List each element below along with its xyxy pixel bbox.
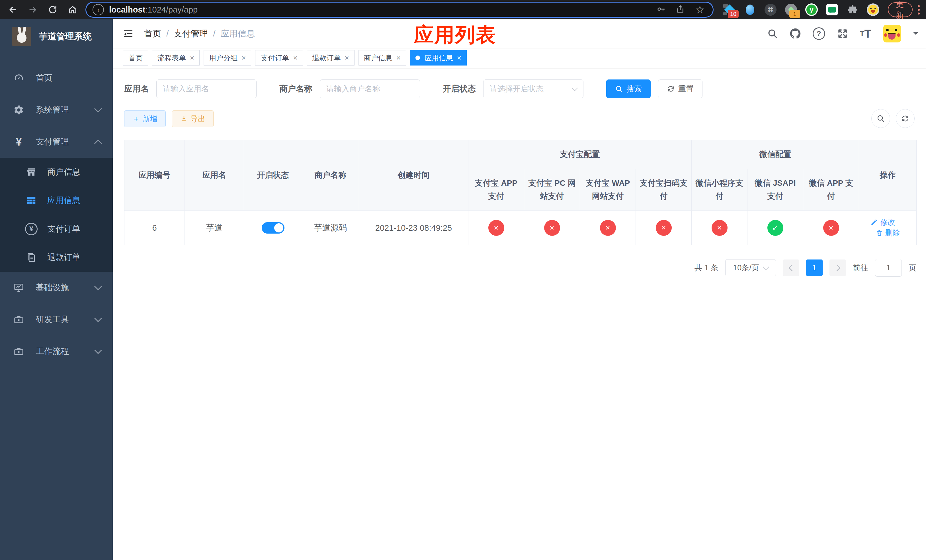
tab-refund-orders[interactable]: 退款订单× (307, 50, 354, 65)
help-icon[interactable]: ? (813, 27, 825, 40)
sidebar-item-merchant-info[interactable]: 商户信息 (0, 158, 113, 186)
extension-recorder-icon[interactable]: 1 (785, 3, 797, 16)
reload-icon[interactable] (47, 4, 58, 15)
reset-button[interactable]: 重置 (658, 79, 702, 98)
alipay-app-status-icon[interactable]: × (488, 220, 504, 236)
navbar-actions: ? T (767, 20, 918, 48)
wx-jsapi-status-icon[interactable]: ✓ (767, 220, 783, 236)
yen-circle-icon: ¥ (25, 223, 38, 235)
app-name-input[interactable] (156, 79, 257, 98)
tab-home[interactable]: 首页 (123, 50, 148, 65)
sidebar-item-refund-orders[interactable]: 退款订单 (0, 243, 113, 272)
sidebar-item-payment[interactable]: ¥ 支付管理 (0, 126, 113, 158)
sidebar-item-pay-orders[interactable]: ¥ 支付订单 (0, 215, 113, 243)
next-page-button[interactable] (829, 259, 846, 276)
col-header-merchant: 商户名称 (302, 140, 359, 211)
payment-submenu: 商户信息 应用信息 ¥ 支付订单 退款订单 (0, 158, 113, 272)
sidebar-item-dev-tools[interactable]: 研发工具 (0, 304, 113, 336)
alipay-pc-status-icon[interactable]: × (544, 220, 560, 236)
sidebar-fold-icon[interactable] (122, 27, 135, 40)
col-header-created: 创建时间 (359, 140, 468, 211)
home-icon[interactable] (67, 4, 78, 15)
col-header-wx-jsapi: 微信 JSAPI 支付 (747, 169, 803, 211)
app-title: 芋道管理系统 (39, 30, 92, 42)
app-table: 应用编号 应用名 开启状态 商户名称 创建时间 支付宝配置 微信配置 操作 支付… (124, 140, 917, 245)
share-icon[interactable] (676, 5, 685, 15)
sidebar-item-label: 商户信息 (47, 166, 80, 178)
sidebar-item-system[interactable]: 系统管理 (0, 94, 113, 126)
close-icon[interactable]: × (190, 54, 194, 62)
profile-avatar-icon[interactable] (867, 3, 879, 16)
font-size-icon[interactable]: T (860, 28, 872, 39)
close-icon[interactable]: × (345, 54, 349, 62)
password-key-icon[interactable] (656, 5, 666, 15)
add-button[interactable]: ＋ 新增 (124, 110, 166, 127)
close-icon[interactable]: × (457, 54, 461, 62)
sidebar-item-app-info[interactable]: 应用信息 (0, 186, 113, 215)
avatar-caret-icon[interactable] (913, 32, 918, 38)
extension-chat-icon[interactable] (826, 3, 838, 16)
tab-merchant-info[interactable]: 商户信息× (359, 50, 406, 65)
site-info-icon[interactable]: i (92, 4, 104, 15)
address-bar[interactable]: i localhost:1024/pay/app ☆ (85, 2, 714, 18)
tab-pay-orders[interactable]: 支付订单× (255, 50, 303, 65)
refresh-table-button[interactable] (896, 109, 915, 128)
search-button[interactable]: 搜索 (606, 79, 651, 98)
fullscreen-icon[interactable] (837, 28, 848, 39)
tab-user-group[interactable]: 用户分组× (204, 50, 251, 65)
bookmark-star-icon[interactable]: ☆ (695, 4, 705, 15)
breadcrumb-home[interactable]: 首页 (144, 28, 161, 39)
close-icon[interactable]: × (396, 54, 401, 62)
app-logo-row[interactable]: 芋道管理系统 (0, 20, 113, 53)
breadcrumb-payment[interactable]: 支付管理 (174, 28, 208, 39)
page-number-1[interactable]: 1 (806, 259, 823, 276)
user-avatar[interactable] (883, 25, 901, 42)
cell-status (244, 211, 302, 245)
delete-link[interactable]: 删除 (876, 228, 900, 238)
col-header-alipay-qr: 支付宝扫码支付 (636, 169, 691, 211)
document-icon (25, 251, 38, 264)
edit-link[interactable]: 修改 (870, 217, 895, 227)
pagination: 共 1 条 10条/页 1 前往 页 (124, 259, 916, 277)
tab-process-form[interactable]: 流程表单× (152, 50, 200, 65)
wx-mini-status-icon[interactable]: × (711, 220, 728, 236)
alipay-qr-status-icon[interactable]: × (656, 220, 672, 236)
col-header-alipay-app: 支付宝 APP 支付 (468, 169, 524, 211)
yen-icon: ¥ (12, 136, 25, 148)
close-icon[interactable]: × (242, 54, 246, 62)
goto-page-input[interactable] (875, 259, 902, 277)
extension-y-icon[interactable]: y (805, 3, 818, 16)
search-icon (876, 114, 885, 123)
extensions-puzzle-icon[interactable] (846, 3, 859, 16)
back-icon[interactable] (8, 4, 18, 15)
browser-menu-icon[interactable] (918, 5, 920, 15)
status-select[interactable]: 请选择开启状态 (483, 79, 584, 98)
sidebar-item-home[interactable]: 首页 (0, 62, 113, 94)
chrome-update-button[interactable]: 更新 (888, 2, 912, 17)
goto-suffix: 页 (909, 263, 916, 273)
extension-command-icon[interactable]: ⌘ (764, 3, 777, 16)
sidebar-item-label: 应用信息 (47, 195, 80, 206)
close-icon[interactable]: × (293, 54, 297, 62)
tab-app-info[interactable]: 应用信息× (410, 50, 467, 65)
breadcrumb-separator: / (213, 29, 215, 38)
page-size-select[interactable]: 10条/页 (725, 259, 776, 276)
sidebar-item-infra[interactable]: 基础设施 (0, 272, 113, 304)
extension-pin-icon[interactable]: 10 (723, 3, 736, 16)
dashboard-icon (12, 72, 25, 84)
extension-balloon-icon[interactable] (744, 3, 756, 16)
github-icon[interactable] (790, 28, 801, 39)
status-toggle[interactable] (262, 222, 284, 233)
sidebar-item-workflow[interactable]: 工作流程 (0, 336, 113, 368)
export-button[interactable]: 导出 (172, 110, 213, 127)
forward-icon[interactable] (27, 4, 38, 15)
prev-page-button[interactable] (783, 259, 799, 276)
wx-app-status-icon[interactable]: × (823, 220, 839, 236)
alipay-wap-status-icon[interactable]: × (600, 220, 616, 236)
merchant-name-input[interactable] (320, 79, 420, 98)
url-text[interactable]: localhost:1024/pay/app (109, 5, 656, 15)
table-tools (872, 109, 915, 128)
search-icon[interactable] (767, 28, 778, 39)
gear-icon (12, 104, 25, 116)
hide-search-button[interactable] (872, 109, 890, 128)
